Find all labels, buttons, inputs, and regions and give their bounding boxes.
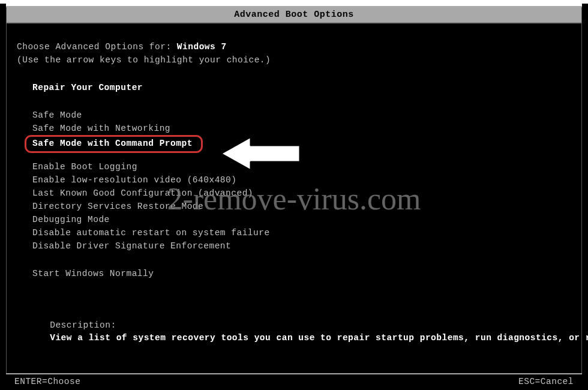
title-text: Advanced Boot Options <box>234 10 354 20</box>
description-text: View a list of system recovery tools you… <box>50 332 386 344</box>
menu-item-debugging[interactable]: Debugging Mode <box>30 213 112 226</box>
arrow-key-instructions: (Use the arrow keys to highlight your ch… <box>17 53 571 67</box>
menu-item-ds-restore[interactable]: Directory Services Restore Mode <box>30 200 206 213</box>
footer-enter-hint: ENTER=Choose <box>14 377 80 386</box>
description-block: Description: View a list of system recov… <box>17 291 571 358</box>
menu-item-repair[interactable]: Repair Your Computer <box>30 81 145 94</box>
menu-item-start-normally[interactable]: Start Windows Normally <box>30 267 156 280</box>
boot-menu[interactable]: Repair Your Computer Safe Mode Safe Mode… <box>30 81 571 280</box>
os-name: Windows 7 <box>177 42 227 52</box>
menu-item-safe-mode-networking[interactable]: Safe Mode with Networking <box>30 122 173 135</box>
menu-item-safe-mode[interactable]: Safe Mode <box>30 109 85 122</box>
boot-options-screen: Advanced Boot Options Choose Advanced Op… <box>0 4 588 390</box>
highlight-annotation: Safe Mode with Command Prompt <box>25 135 203 153</box>
menu-item-disable-auto-restart[interactable]: Disable automatic restart on system fail… <box>30 226 272 239</box>
menu-item-boot-logging[interactable]: Enable Boot Logging <box>30 160 140 173</box>
footer-esc-hint: ESC=Cancel <box>518 377 574 386</box>
menu-item-safe-mode-cmd[interactable]: Safe Mode with Command Prompt <box>30 137 195 150</box>
choose-prompt: Choose Advanced Options for: Windows 7 <box>17 40 571 53</box>
menu-item-low-res[interactable]: Enable low-resolution video (640x480) <box>30 173 239 187</box>
content-area: Choose Advanced Options for: Windows 7 (… <box>0 23 588 358</box>
menu-item-last-known-good[interactable]: Last Known Good Configuration (advanced) <box>30 187 256 200</box>
title-bar: Advanced Boot Options <box>6 4 582 23</box>
description-label: Description: <box>50 319 121 332</box>
footer-bar: ENTER=Choose ESC=Cancel <box>6 373 582 386</box>
menu-item-disable-driver-sig[interactable]: Disable Driver Signature Enforcement <box>30 239 233 253</box>
